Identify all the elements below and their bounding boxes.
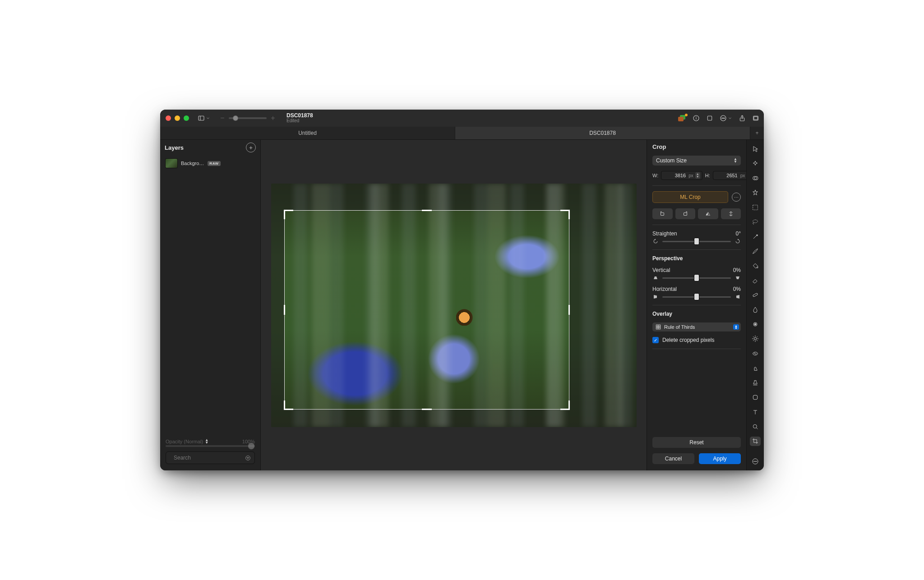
divider xyxy=(652,349,741,349)
fill-tool[interactable] xyxy=(750,261,761,270)
flip-vertical-button[interactable] xyxy=(721,208,741,219)
fullscreen-window-button[interactable] xyxy=(184,115,189,121)
image-preview xyxy=(271,184,637,427)
share-icon xyxy=(739,115,746,122)
finger-icon xyxy=(752,364,759,372)
width-stepper[interactable]: ▲▼ xyxy=(695,172,700,179)
add-tab-button[interactable]: + xyxy=(750,127,764,139)
pointer-icon xyxy=(752,145,759,152)
perspective-vertical-slider[interactable] xyxy=(662,277,731,279)
svg-point-65 xyxy=(756,461,757,461)
shape-tool[interactable] xyxy=(750,393,761,402)
minimize-window-button[interactable] xyxy=(175,115,180,121)
share-button[interactable] xyxy=(739,115,746,122)
arrange-tool[interactable] xyxy=(750,144,761,153)
zoom-in-button[interactable]: + xyxy=(270,114,276,122)
cancel-button[interactable]: Cancel xyxy=(652,453,694,464)
divider xyxy=(652,249,741,250)
svg-point-44 xyxy=(754,338,756,340)
crop-width-input[interactable] xyxy=(664,172,687,179)
text-tool[interactable] xyxy=(750,407,761,416)
rotate-cw-button[interactable] xyxy=(675,208,696,219)
style-tool[interactable] xyxy=(750,159,761,168)
add-layer-button[interactable]: + xyxy=(246,143,256,152)
crop-height-input[interactable] xyxy=(716,172,739,179)
apply-button[interactable]: Apply xyxy=(699,453,741,464)
paint-tool[interactable] xyxy=(750,247,761,256)
filter-icon xyxy=(245,455,251,461)
compare-button[interactable] xyxy=(678,115,686,121)
split-view-icon xyxy=(752,115,759,122)
tab-current-document[interactable]: DSC01878 xyxy=(455,127,750,139)
zoom-out-button[interactable]: − xyxy=(220,114,225,122)
layer-row[interactable]: Backgro… RAW xyxy=(163,157,258,170)
effects-menu-button[interactable] xyxy=(720,115,732,122)
split-view-button[interactable] xyxy=(752,115,759,122)
filter-button[interactable] xyxy=(245,454,251,462)
canvas-area[interactable] xyxy=(261,140,647,470)
svg-line-50 xyxy=(757,341,757,341)
selection-tool[interactable] xyxy=(750,203,761,212)
crop-width-field[interactable]: px ▲▼ xyxy=(661,171,702,180)
repair-tool[interactable] xyxy=(750,290,761,299)
width-label: W: xyxy=(652,173,658,178)
crop-handle-top-left[interactable] xyxy=(284,210,293,219)
sponge-tool[interactable] xyxy=(750,349,761,358)
color-adjust-tool[interactable] xyxy=(750,174,761,183)
rotate-ccw-button[interactable] xyxy=(652,208,673,219)
svg-line-61 xyxy=(756,428,758,429)
opacity-slider[interactable] xyxy=(166,445,255,447)
notification-dot-icon xyxy=(685,114,688,116)
layer-search-field[interactable] xyxy=(166,451,255,464)
erase-tool[interactable] xyxy=(750,276,761,285)
delete-cropped-pixels-checkbox[interactable]: ✓ xyxy=(652,337,659,343)
crop-rectangle[interactable] xyxy=(285,211,569,409)
info-button[interactable] xyxy=(693,115,700,122)
crop-height-field[interactable]: px ▲▼ xyxy=(713,171,746,180)
crop-handle-bottom[interactable] xyxy=(422,409,432,410)
original-toggle-button[interactable] xyxy=(706,115,713,122)
crop-dim-right xyxy=(569,211,637,409)
clone-tool[interactable] xyxy=(750,378,761,387)
perspective-horizontal-slider[interactable] xyxy=(662,296,731,298)
overlay-dropdown[interactable]: Rule of Thirds ▲▼ xyxy=(652,322,741,331)
crop-size-mode-dropdown[interactable]: Custom Size ▲▼ xyxy=(652,156,741,166)
flip-horizontal-button[interactable] xyxy=(698,208,718,219)
crop-handle-left[interactable] xyxy=(284,305,285,315)
toggle-sidebar-button[interactable] xyxy=(197,113,211,123)
magic-wand-tool[interactable] xyxy=(750,232,761,241)
crop-handle-right[interactable] xyxy=(568,305,570,315)
crop-handle-bottom-left[interactable] xyxy=(284,400,293,410)
close-window-button[interactable] xyxy=(166,115,171,121)
lasso-tool[interactable] xyxy=(750,217,761,226)
svg-rect-12 xyxy=(754,117,758,120)
search-input[interactable] xyxy=(173,454,242,461)
zoom-tool[interactable] xyxy=(750,422,761,431)
lighten-tool[interactable] xyxy=(750,334,761,343)
svg-rect-19 xyxy=(661,213,664,216)
svg-point-64 xyxy=(755,461,755,461)
ml-crop-options-button[interactable]: ⋯ xyxy=(732,193,741,202)
warp-tool[interactable] xyxy=(750,364,761,373)
svg-rect-57 xyxy=(753,395,757,399)
effects-tool[interactable] xyxy=(750,188,761,197)
svg-marker-27 xyxy=(736,295,739,299)
circles-icon xyxy=(752,175,759,182)
rotate-cw-icon xyxy=(682,211,688,217)
lasso-icon xyxy=(752,218,759,226)
crop-tool[interactable] xyxy=(750,437,761,446)
blur-tool[interactable] xyxy=(750,320,761,329)
crop-handle-top-right[interactable] xyxy=(560,210,570,219)
svg-point-40 xyxy=(757,267,758,268)
more-tools-button[interactable] xyxy=(750,457,761,466)
crop-handle-bottom-right[interactable] xyxy=(560,400,570,410)
crop-handle-top[interactable] xyxy=(422,210,432,211)
zoom-slider[interactable] xyxy=(229,117,267,119)
title-bar: − + DSC01878 Edited xyxy=(160,110,764,127)
reset-button[interactable]: Reset xyxy=(652,437,741,448)
smudge-tool[interactable] xyxy=(750,305,761,314)
ml-crop-button[interactable]: ML Crop xyxy=(652,191,728,203)
dropdown-arrows-icon: ▲▼ xyxy=(733,324,739,330)
straighten-slider[interactable] xyxy=(662,241,731,242)
tab-untitled[interactable]: Untitled xyxy=(160,127,455,139)
